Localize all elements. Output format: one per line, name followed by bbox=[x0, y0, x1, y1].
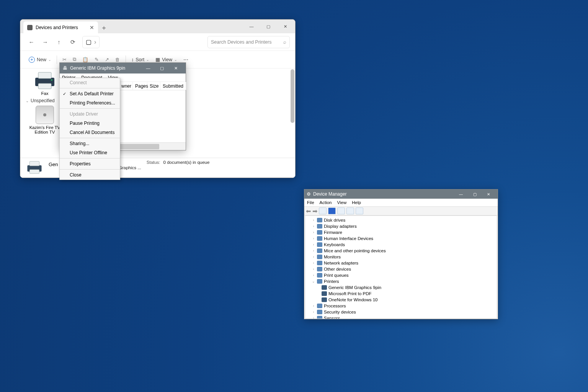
plus-icon: + bbox=[29, 57, 35, 63]
node-label: Sensors bbox=[324, 316, 340, 319]
col-size[interactable]: Size bbox=[147, 82, 160, 90]
node-label: Disk drives bbox=[324, 218, 345, 222]
close-button[interactable]: ✕ bbox=[277, 21, 294, 32]
minimize-button[interactable]: — bbox=[141, 63, 155, 74]
tv-icon bbox=[36, 106, 54, 124]
chevron-right-icon: › bbox=[312, 273, 315, 277]
printer-icon: 🖶 bbox=[63, 65, 67, 71]
fax-icon bbox=[33, 71, 57, 90]
refresh-button[interactable]: ⟳ bbox=[67, 36, 78, 48]
forward-button[interactable]: → bbox=[39, 36, 51, 48]
tree-node[interactable]: ›Other devices bbox=[305, 266, 497, 272]
printer-icon bbox=[322, 291, 327, 296]
tree-node-child[interactable]: Generic IBM Graphics 9pin bbox=[305, 284, 497, 291]
scrollbar[interactable] bbox=[291, 69, 294, 123]
tree-node[interactable]: ›Processors bbox=[305, 303, 497, 309]
titlebar[interactable]: 🖶 Generic IBM Graphics 9pin — ▢ ✕ bbox=[60, 63, 186, 74]
tab-devices[interactable]: Devices and Printers ✕ bbox=[23, 21, 98, 33]
close-button[interactable]: ✕ bbox=[169, 63, 183, 74]
toolbar-icon[interactable] bbox=[328, 207, 336, 214]
tree-node[interactable]: ›Sensors bbox=[305, 315, 497, 319]
node-label: Other devices bbox=[324, 267, 351, 271]
toolbar-icon[interactable] bbox=[356, 207, 363, 214]
menu-preferences[interactable]: Printing Preferences... bbox=[60, 98, 120, 108]
toolbar-icon[interactable] bbox=[319, 207, 327, 214]
menu-properties[interactable]: Properties bbox=[60, 159, 120, 168]
device-category-icon bbox=[317, 230, 322, 235]
device-category-icon bbox=[317, 255, 322, 259]
new-tab-button[interactable]: ＋ bbox=[98, 22, 109, 33]
menu-sharing[interactable]: Sharing... bbox=[60, 139, 120, 148]
breadcrumb[interactable]: ▢ › bbox=[82, 36, 100, 48]
device-label: Kazim's Fire TV Edition TV bbox=[28, 125, 62, 134]
node-label: Mice and other pointing devices bbox=[324, 248, 386, 253]
device-category-icon bbox=[317, 279, 322, 284]
maximize-button[interactable]: ▢ bbox=[468, 189, 482, 199]
tree-node[interactable]: ›Network adapters bbox=[305, 260, 497, 266]
chevron-down-icon: ⌄ bbox=[312, 279, 315, 283]
search-icon: ⌕ bbox=[283, 39, 286, 45]
printer-icon bbox=[26, 160, 43, 175]
forward-icon[interactable]: ➡ bbox=[312, 207, 317, 215]
monitor-icon: ▢ bbox=[86, 38, 91, 46]
maximize-button[interactable]: ▢ bbox=[260, 21, 277, 32]
tree-node[interactable]: ›Disk drives bbox=[305, 217, 497, 223]
menu-file[interactable]: File bbox=[307, 200, 314, 205]
tree-node[interactable]: ›Firmware bbox=[305, 229, 497, 235]
node-label: OneNote for Windows 10 bbox=[328, 297, 377, 302]
up-button[interactable]: ↑ bbox=[53, 36, 65, 48]
chevron-right-icon: › bbox=[312, 316, 315, 319]
svg-rect-1 bbox=[38, 72, 51, 78]
tree-node[interactable]: ›Security devices bbox=[305, 309, 497, 315]
tree-node-child[interactable]: Microsoft Print to PDF bbox=[305, 291, 497, 297]
tree-node-child[interactable]: OneNote for Windows 10 bbox=[305, 297, 497, 303]
device-category-icon bbox=[317, 304, 322, 308]
close-button[interactable]: ✕ bbox=[482, 189, 495, 199]
col-owner[interactable]: wner bbox=[119, 82, 133, 90]
menu-view[interactable]: View bbox=[337, 200, 347, 205]
back-button[interactable]: ← bbox=[26, 36, 37, 48]
device-category-icon bbox=[317, 248, 322, 253]
chevron-down-icon: ⌄ bbox=[26, 99, 29, 103]
svg-rect-5 bbox=[29, 161, 39, 166]
close-icon[interactable]: ✕ bbox=[90, 24, 94, 31]
svg-rect-6 bbox=[29, 170, 39, 173]
node-label: Microsoft Print to PDF bbox=[328, 291, 371, 296]
minimize-button[interactable]: — bbox=[454, 189, 468, 199]
node-label: Processors bbox=[324, 304, 346, 308]
device-firetv[interactable]: Kazim's Fire TV Edition TV bbox=[28, 106, 62, 134]
chevron-right-icon: › bbox=[312, 261, 315, 265]
search-placeholder: Search Devices and Printers bbox=[211, 39, 271, 45]
tree-node[interactable]: ›Monitors bbox=[305, 254, 497, 260]
back-icon[interactable]: ⬅ bbox=[306, 207, 311, 215]
maximize-button[interactable]: ▢ bbox=[155, 63, 169, 74]
toolbar-icon[interactable] bbox=[337, 207, 345, 214]
col-submitted[interactable]: Submitted bbox=[160, 82, 186, 90]
tree-node[interactable]: ›Human Interface Devices bbox=[305, 235, 497, 242]
menu-help[interactable]: Help bbox=[352, 200, 361, 205]
menu-action[interactable]: Action bbox=[320, 200, 332, 205]
window-title: Generic IBM Graphics 9pin bbox=[70, 65, 125, 71]
menu-pause[interactable]: Pause Printing bbox=[60, 119, 120, 128]
col-pages[interactable]: Pages bbox=[133, 82, 147, 90]
device-category-icon bbox=[317, 242, 322, 247]
search-input[interactable]: Search Devices and Printers ⌕ bbox=[207, 36, 290, 48]
svg-rect-2 bbox=[38, 83, 51, 89]
tree-node[interactable]: ›Mice and other pointing devices bbox=[305, 248, 497, 254]
tree-node[interactable]: ›Keyboards bbox=[305, 242, 497, 248]
new-button[interactable]: +New⌄ bbox=[26, 54, 54, 66]
nav-bar: ← → ↑ ⟳ ▢ › Search Devices and Printers … bbox=[20, 33, 295, 51]
menu-cancel-all[interactable]: Cancel All Documents bbox=[60, 128, 120, 137]
tree-node[interactable]: ›Display adapters bbox=[305, 223, 497, 229]
node-label: Human Interface Devices bbox=[324, 236, 373, 241]
printer-context-menu: Connect Set As Default Printer Printing … bbox=[59, 78, 120, 180]
menu-offline[interactable]: Use Printer Offline bbox=[60, 148, 120, 157]
menu-close[interactable]: Close bbox=[60, 170, 120, 180]
toolbar-icon[interactable] bbox=[346, 207, 354, 214]
tree-node[interactable]: ⌄Printers bbox=[305, 278, 497, 284]
minimize-button[interactable]: — bbox=[243, 21, 260, 32]
menu-set-default[interactable]: Set As Default Printer bbox=[60, 89, 120, 98]
device-fax[interactable]: Fax bbox=[28, 71, 62, 96]
tree-node[interactable]: ›Print queues bbox=[305, 272, 497, 278]
titlebar[interactable]: ⚙ Device Manager — ▢ ✕ bbox=[304, 189, 498, 199]
